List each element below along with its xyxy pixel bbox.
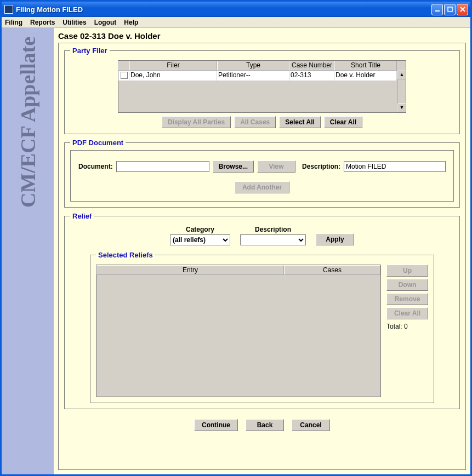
party-filer-header-title[interactable]: Short Title bbox=[334, 61, 397, 71]
pdf-document-group: PDF Document Document: Browse... View De… bbox=[64, 139, 460, 208]
party-filer-header-row: Filer Type Case Number Short Title bbox=[118, 61, 406, 71]
selected-reliefs-table: Entry Cases bbox=[96, 265, 381, 397]
app-window: Filing Motion FILED Filing Reports Utili… bbox=[0, 0, 472, 476]
apply-button[interactable]: Apply bbox=[316, 233, 354, 245]
menubar: Filing Reports Utilities Logout Help bbox=[2, 17, 470, 28]
party-filer-buttons: Display All Parties All Cases Select All… bbox=[70, 116, 454, 128]
app-icon bbox=[4, 5, 13, 14]
document-label: Document: bbox=[78, 163, 113, 170]
selected-reliefs-header: Entry Cases bbox=[96, 265, 380, 275]
window-controls bbox=[431, 4, 470, 15]
menu-filing[interactable]: Filing bbox=[5, 19, 22, 26]
view-button: View bbox=[257, 160, 295, 173]
relief-group: Relief Category (all reliefs) Descriptio… bbox=[64, 212, 460, 409]
party-filer-header-type[interactable]: Type bbox=[217, 61, 289, 71]
menu-help[interactable]: Help bbox=[124, 19, 138, 26]
svg-rect-1 bbox=[448, 7, 452, 12]
sr-clear-all-button: Clear All bbox=[386, 307, 428, 319]
category-label: Category bbox=[186, 226, 214, 233]
menu-logout[interactable]: Logout bbox=[94, 19, 117, 26]
scroll-up-icon[interactable]: ▲ bbox=[397, 71, 406, 79]
add-another-button: Add Another bbox=[235, 181, 289, 193]
table-row[interactable]: Doe, John Petitioner-- 02-313 Doe v. Hol… bbox=[118, 71, 397, 81]
selected-reliefs-legend: Selected Reliefs bbox=[96, 251, 155, 259]
menu-reports[interactable]: Reports bbox=[30, 19, 55, 26]
party-filer-header-filer[interactable]: Filer bbox=[129, 61, 217, 71]
party-filer-group: Party Filer Filer Type Case Number Short… bbox=[64, 47, 460, 134]
remove-button: Remove bbox=[386, 293, 428, 305]
down-button: Down bbox=[386, 279, 428, 291]
scroll-down-icon[interactable]: ▼ bbox=[397, 104, 406, 112]
pdf-inner-box: Document: Browse... View Description: Ad… bbox=[70, 150, 454, 202]
sr-header-cases[interactable]: Cases bbox=[284, 265, 380, 275]
clear-all-button[interactable]: Clear All bbox=[324, 116, 362, 128]
select-all-button[interactable]: Select All bbox=[279, 116, 321, 128]
close-button[interactable] bbox=[457, 4, 468, 15]
checkbox-icon[interactable] bbox=[121, 72, 128, 79]
row-short-title: Doe v. Holder bbox=[334, 71, 397, 81]
content-area: Party Filer Filer Type Case Number Short… bbox=[58, 43, 466, 470]
party-filer-header-scroll-spacer bbox=[397, 61, 406, 71]
selected-reliefs-side: Up Down Remove Clear All Total: 0 bbox=[386, 265, 428, 397]
row-checkbox-cell[interactable] bbox=[118, 71, 129, 81]
app-body: CM/ECF Appellate Case 02-313 Doe v. Hold… bbox=[2, 28, 470, 474]
case-title: Case 02-313 Doe v. Holder bbox=[54, 28, 470, 43]
party-filer-legend: Party Filer bbox=[70, 47, 110, 55]
relief-description-select[interactable] bbox=[240, 234, 306, 245]
maximize-icon bbox=[447, 7, 453, 12]
relief-apply-col: Apply bbox=[316, 226, 354, 245]
pdf-add-row: Add Another bbox=[78, 181, 446, 193]
party-filer-rows: Doe, John Petitioner-- 02-313 Doe v. Hol… bbox=[118, 71, 397, 112]
maximize-button[interactable] bbox=[444, 4, 456, 15]
relief-description-label: Description bbox=[255, 226, 291, 233]
titlebar: Filing Motion FILED bbox=[2, 2, 470, 17]
pdf-document-legend: PDF Document bbox=[70, 139, 126, 147]
sidebar: CM/ECF Appellate bbox=[2, 28, 54, 474]
document-input[interactable] bbox=[116, 161, 209, 172]
all-cases-button: All Cases bbox=[234, 116, 276, 128]
party-filer-table: Filer Type Case Number Short Title Doe, … bbox=[118, 60, 406, 113]
main-panel: Case 02-313 Doe v. Holder Party Filer Fi… bbox=[54, 28, 470, 474]
minimize-icon bbox=[435, 7, 440, 12]
brand-text: CM/ECF Appellate bbox=[16, 32, 40, 212]
selected-reliefs-body: Entry Cases Up Down Remove Clear All Tot… bbox=[96, 265, 428, 397]
row-case-number: 02-313 bbox=[289, 71, 334, 81]
description-label: Description: bbox=[302, 163, 340, 170]
menu-utilities[interactable]: Utilities bbox=[62, 19, 86, 26]
row-filer: Doe, John bbox=[129, 71, 217, 81]
up-button: Up bbox=[386, 265, 428, 277]
close-icon bbox=[460, 7, 465, 12]
category-select[interactable]: (all reliefs) bbox=[170, 234, 230, 245]
party-filer-scrollbar[interactable]: ▲ ▼ bbox=[397, 71, 406, 112]
sr-header-entry[interactable]: Entry bbox=[96, 265, 284, 275]
row-type: Petitioner-- bbox=[217, 71, 289, 81]
relief-description-col: Description bbox=[240, 226, 306, 245]
continue-button[interactable]: Continue bbox=[194, 419, 238, 431]
selected-reliefs-total: Total: 0 bbox=[386, 322, 428, 330]
relief-category-col: Category (all reliefs) bbox=[170, 226, 230, 245]
party-filer-header-case[interactable]: Case Number bbox=[289, 61, 334, 71]
minimize-button[interactable] bbox=[431, 4, 443, 15]
cancel-button[interactable]: Cancel bbox=[292, 419, 330, 431]
relief-controls: Category (all reliefs) Description bbox=[70, 226, 454, 245]
window-title: Filing Motion FILED bbox=[16, 5, 83, 14]
display-all-parties-button: Display All Parties bbox=[162, 116, 231, 128]
pdf-row: Document: Browse... View Description: bbox=[78, 160, 446, 173]
selected-reliefs-group: Selected Reliefs Entry Cases Up Down bbox=[90, 251, 434, 403]
back-button[interactable]: Back bbox=[246, 419, 284, 431]
description-input[interactable] bbox=[344, 161, 446, 172]
relief-legend: Relief bbox=[70, 212, 94, 220]
svg-rect-0 bbox=[435, 10, 440, 12]
party-filer-header-check bbox=[118, 61, 129, 71]
footer-buttons: Continue Back Cancel bbox=[64, 419, 460, 431]
browse-button[interactable]: Browse... bbox=[213, 160, 254, 173]
